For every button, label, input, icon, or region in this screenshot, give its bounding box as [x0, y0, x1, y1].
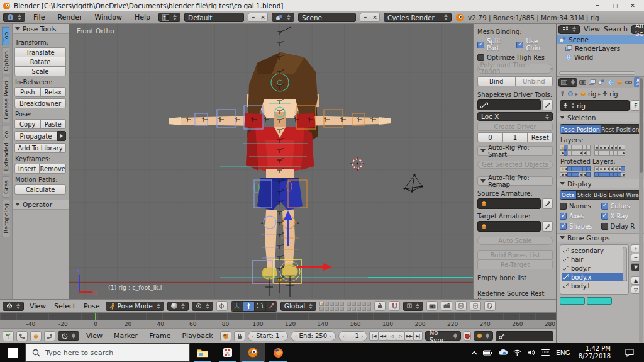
- use-chin-checkbox[interactable]: Use Chin: [516, 38, 553, 52]
- scene-layer-toggle[interactable]: [340, 307, 344, 311]
- render-animation-button[interactable]: [441, 301, 452, 311]
- sync-mode-select[interactable]: No Sync: [425, 331, 461, 341]
- 3d-viewport[interactable]: z z z x: [69, 24, 473, 299]
- propagate-button[interactable]: Propagate: [14, 131, 57, 141]
- language-indicator[interactable]: ENG: [556, 349, 570, 356]
- bone-group-item-secondary[interactable]: secondary: [562, 246, 627, 255]
- bone-groups-scrollbar[interactable]: [623, 247, 627, 281]
- jump-to-start-button[interactable]: |◀: [369, 331, 379, 341]
- breakdowner-button[interactable]: Breakdowner: [14, 98, 66, 108]
- tab-scene[interactable]: [597, 77, 605, 87]
- add-scene-button[interactable]: ＋: [360, 13, 370, 22]
- operator-panel-header[interactable]: Operator: [13, 200, 69, 210]
- taskbar-search[interactable]: Type here to search: [25, 343, 190, 362]
- lock-to-scene-toggle[interactable]: [374, 301, 386, 311]
- display-mode-envelope[interactable]: Envel: [608, 191, 625, 199]
- layer-toggle[interactable]: [621, 166, 625, 171]
- remove-keyframe-button[interactable]: Remove: [39, 164, 66, 174]
- viewport-editor-type-button[interactable]: [3, 302, 24, 311]
- scene-layer-toggle[interactable]: [330, 307, 334, 311]
- tool-shelf-tab-gras[interactable]: Gras: [2, 176, 10, 198]
- scale-manipulator-toggle[interactable]: [265, 302, 277, 311]
- armature-layers-grid[interactable]: [560, 145, 641, 156]
- scene-layer-toggle[interactable]: [319, 302, 324, 306]
- node-tree-icon-button-2[interactable]: [44, 331, 55, 341]
- layer-toggle[interactable]: [586, 166, 591, 171]
- copy-pose-button[interactable]: Copy: [14, 119, 41, 129]
- timeline-ruler[interactable]: -40-200204060801001201401601802002202402…: [0, 320, 556, 328]
- target-armature-field[interactable]: [477, 221, 541, 232]
- arp-smart-panel-header[interactable]: Auto-Rig Pro: Smart: [477, 146, 553, 156]
- scene-layer-toggle[interactable]: [347, 302, 351, 306]
- scene-layer-toggle[interactable]: [367, 302, 371, 306]
- pivot-point-select[interactable]: [192, 302, 213, 311]
- mode-select[interactable]: Pose Mode: [106, 302, 164, 311]
- delete-scene-button[interactable]: ✕: [370, 13, 380, 22]
- bone-group-item-hair[interactable]: hair: [562, 255, 627, 264]
- tool-shelf-tab-option[interactable]: Option: [2, 47, 10, 75]
- render-engine-select[interactable]: Cycles Render: [384, 13, 452, 22]
- outliner-search-menu[interactable]: Search: [604, 25, 628, 33]
- eyedropper-button[interactable]: [542, 221, 553, 232]
- outliner-filter-select[interactable]: All Sc: [631, 25, 644, 34]
- tab-constraints[interactable]: [625, 77, 633, 87]
- tray-chevron-icon[interactable]: [471, 351, 477, 355]
- optimize-high-res-checkbox[interactable]: Optimize High Res: [477, 54, 553, 61]
- viewport-shading-select[interactable]: [167, 302, 189, 311]
- split-part-checkbox[interactable]: Split Part: [477, 38, 514, 52]
- pose-tools-panel-header[interactable]: Pose Tools: [13, 24, 69, 34]
- layer-toggle[interactable]: [621, 172, 625, 177]
- timeline-marker-menu[interactable]: Marker: [109, 332, 142, 340]
- timeline-editor-type-button[interactable]: [58, 331, 79, 341]
- scene-layer-toggle[interactable]: [347, 307, 351, 311]
- display-mode-wire[interactable]: Wire: [624, 191, 640, 199]
- add-to-library-button[interactable]: Add To Library: [14, 143, 66, 153]
- scene-layer-toggle[interactable]: [352, 302, 356, 306]
- driver-bone-field[interactable]: [477, 99, 541, 110]
- paste-flipped-pose-button[interactable]: [484, 301, 496, 311]
- outliner-editor-type-button[interactable]: [558, 25, 580, 34]
- delay-refresh-checkbox[interactable]: Delay R: [601, 223, 641, 230]
- rotate-manipulator-toggle[interactable]: [254, 302, 265, 311]
- polycount-slider[interactable]: ‹ Polycount Thre: 70000 ›: [477, 64, 553, 74]
- scene-layer-toggle[interactable]: [362, 302, 366, 306]
- scene-layer-toggle[interactable]: [319, 307, 324, 311]
- tab-object[interactable]: [616, 77, 624, 87]
- scene-layer-toggle[interactable]: [367, 307, 371, 311]
- tool-shelf-tab-tool[interactable]: Tool: [2, 26, 10, 45]
- object-cube-icon[interactable]: [580, 91, 586, 97]
- translate-manipulator-toggle[interactable]: [243, 302, 254, 311]
- taskbar-blender[interactable]: [240, 343, 265, 362]
- outliner-item-world[interactable]: World: [557, 53, 644, 62]
- layer-toggle[interactable]: [621, 150, 625, 156]
- current-frame-cursor[interactable]: [95, 313, 96, 320]
- scene-layer-toggle[interactable]: [325, 302, 329, 306]
- frame-end-field[interactable]: ‹End:250›: [291, 331, 336, 341]
- scene-layer-toggle[interactable]: [357, 307, 361, 311]
- add-layout-button[interactable]: ＋: [248, 13, 258, 22]
- taskbar-file-explorer[interactable]: [190, 343, 215, 362]
- scale-button[interactable]: Scale: [14, 66, 66, 76]
- source-armature-field[interactable]: [477, 198, 541, 209]
- driver-value-0-field[interactable]: 0: [477, 132, 503, 142]
- active-keying-set-field[interactable]: [496, 331, 553, 341]
- start-button[interactable]: [0, 343, 25, 362]
- view-menu[interactable]: View: [27, 302, 48, 310]
- bone-group-item-body.r[interactable]: body.r: [562, 264, 627, 273]
- bind-button[interactable]: Bind: [477, 76, 516, 86]
- auto-keyframe-toggle[interactable]: [464, 331, 471, 341]
- action-center-button[interactable]: [619, 349, 640, 357]
- scene-layer-toggle[interactable]: [362, 307, 366, 311]
- insert-keyframe-button[interactable]: Insert: [14, 164, 40, 174]
- breadcrumb-object-name[interactable]: rig: [588, 91, 596, 98]
- editor-type-info[interactable]: i: [3, 13, 25, 22]
- bone-group-item-body.l[interactable]: body.l: [562, 281, 627, 290]
- timeline-playback-menu[interactable]: Playback: [177, 332, 217, 340]
- display-mode-stick[interactable]: Stick: [576, 191, 592, 199]
- retarget-button[interactable]: Re-Target: [477, 259, 553, 269]
- use-preview-range-toggle[interactable]: [220, 331, 231, 341]
- lock-frame-toggle[interactable]: [234, 331, 245, 341]
- get-selected-objects-button[interactable]: Get Selected Objects: [477, 161, 553, 169]
- colors-checkbox[interactable]: Colors: [601, 203, 641, 210]
- paste-pose-button[interactable]: Paste: [40, 119, 67, 129]
